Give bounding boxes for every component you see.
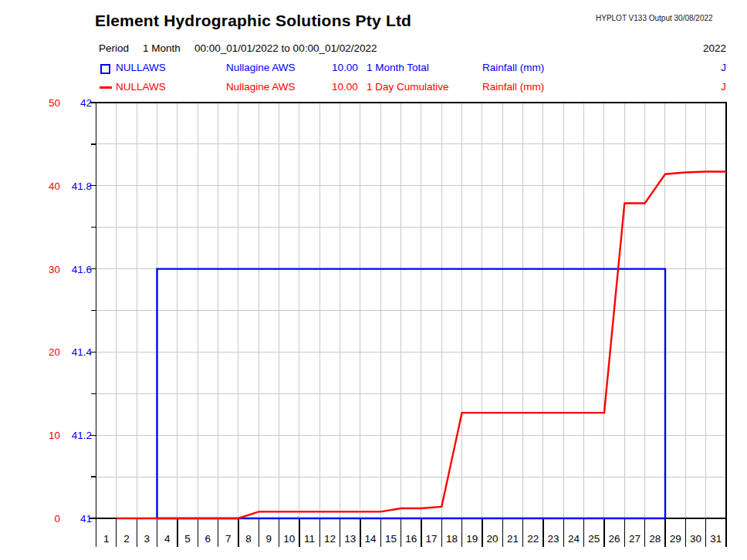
svg-text:23: 23 xyxy=(548,533,559,545)
svg-text:0: 0 xyxy=(54,513,60,525)
svg-text:30: 30 xyxy=(690,533,701,545)
svg-text:6: 6 xyxy=(205,533,211,545)
svg-text:2: 2 xyxy=(123,533,130,545)
svg-text:28: 28 xyxy=(649,533,661,545)
svg-text:41.6: 41.6 xyxy=(72,264,92,275)
svg-text:50: 50 xyxy=(49,97,60,109)
gridlines xyxy=(96,103,727,518)
hyplot-window: Element Hydrographic Solutions Pty Ltd H… xyxy=(0,0,747,560)
svg-text:21: 21 xyxy=(507,533,519,545)
svg-text:9: 9 xyxy=(266,533,272,545)
svg-text:18: 18 xyxy=(446,533,458,545)
svg-text:1: 1 xyxy=(103,533,110,545)
x-axis-day-labels: 1234567891011121314151617181920212223242… xyxy=(103,533,722,545)
svg-text:25: 25 xyxy=(588,533,600,545)
svg-text:17: 17 xyxy=(426,533,438,545)
svg-text:41: 41 xyxy=(80,513,92,525)
rainfall-chart: 0411041.22041.43041.64041.85042 12345678… xyxy=(0,0,747,560)
svg-text:27: 27 xyxy=(629,533,641,545)
svg-text:14: 14 xyxy=(365,533,377,545)
svg-text:10: 10 xyxy=(49,430,60,441)
svg-text:13: 13 xyxy=(344,533,356,545)
svg-text:5: 5 xyxy=(184,533,191,545)
svg-text:20: 20 xyxy=(49,346,60,358)
svg-text:22: 22 xyxy=(527,533,539,545)
axis-ticks xyxy=(90,103,727,547)
svg-text:24: 24 xyxy=(568,533,580,545)
svg-text:30: 30 xyxy=(49,264,60,275)
svg-text:41.4: 41.4 xyxy=(72,346,93,358)
svg-text:42: 42 xyxy=(80,97,92,109)
svg-text:3: 3 xyxy=(144,533,150,545)
y-axis-labels: 0411041.22041.43041.64041.85042 xyxy=(49,97,93,525)
svg-text:41.8: 41.8 xyxy=(72,180,92,192)
svg-text:26: 26 xyxy=(609,533,620,545)
svg-text:7: 7 xyxy=(225,533,232,545)
svg-text:16: 16 xyxy=(405,533,417,545)
svg-text:29: 29 xyxy=(670,533,681,545)
svg-text:20: 20 xyxy=(487,533,499,545)
svg-text:4: 4 xyxy=(164,533,171,545)
svg-text:8: 8 xyxy=(245,533,252,545)
svg-text:10: 10 xyxy=(283,533,295,545)
svg-text:41.2: 41.2 xyxy=(72,430,92,441)
svg-text:19: 19 xyxy=(466,533,478,545)
svg-text:11: 11 xyxy=(304,533,315,545)
svg-text:31: 31 xyxy=(710,533,722,545)
svg-text:15: 15 xyxy=(385,533,397,545)
svg-text:40: 40 xyxy=(49,180,60,192)
svg-text:12: 12 xyxy=(324,533,336,545)
